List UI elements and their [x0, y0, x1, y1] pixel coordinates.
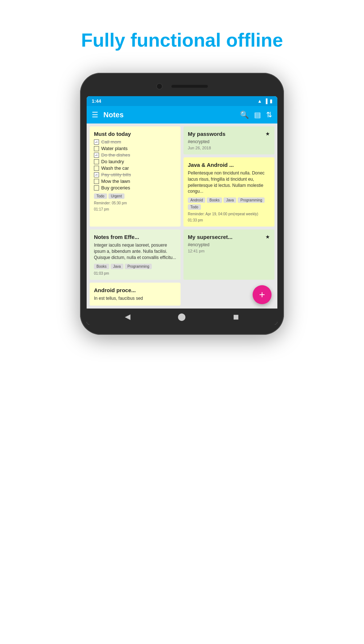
status-icons: ▲ ▐ ▮	[257, 98, 272, 104]
list-item: Buy groceries	[94, 185, 176, 191]
note-must-do-time: 01:17 pm	[94, 207, 176, 211]
checkbox-mow[interactable]	[94, 179, 99, 184]
signal-icon: ▐	[264, 98, 268, 104]
menu-icon[interactable]: ☰	[92, 110, 98, 119]
note-passwords[interactable]: ★ My passwords #encrypted Jun 26, 2018	[183, 126, 274, 154]
tag: Programming	[238, 197, 265, 203]
home-button[interactable]: ⬤	[178, 312, 186, 321]
app-title: Notes	[103, 111, 235, 119]
note-passwords-date: Jun 26, 2018	[188, 146, 270, 150]
note-java-android[interactable]: Java & Android ... Pellentesque non tinc…	[183, 157, 274, 227]
note-java-body: Pellentesque non tincidunt nulla. Donec …	[188, 170, 270, 195]
wifi-icon: ▲	[257, 98, 262, 104]
list-item: Water plants	[94, 146, 176, 151]
checkbox-call-mom[interactable]: ✓	[94, 140, 99, 145]
checkbox-wash-car[interactable]	[94, 166, 99, 171]
list-item: ✓ Pay utility bills	[94, 172, 176, 177]
app-bar: ☰ Notes 🔍 ▤ ⇅	[87, 106, 277, 123]
note-java-reminder: Reminder: Apr 19, 04:00 pm(repeat weekly…	[188, 212, 270, 216]
note-java-time: 01:33 pm	[188, 218, 270, 222]
notes-grid: Must do today ✓ Call mom Water plants ✓ …	[87, 123, 277, 309]
checkbox-groceries[interactable]	[94, 185, 99, 191]
note-android-proc-title: Android proce...	[94, 287, 176, 293]
note-effe-title: Notes from Effe...	[94, 234, 176, 240]
tag: Java	[223, 197, 236, 203]
battery-icon: ▮	[270, 98, 272, 104]
note-must-do-tags: Todo Urgent	[94, 193, 176, 199]
note-android-proc[interactable]: Android proce... In est tellus, faucibus…	[90, 283, 181, 306]
note-must-do-reminder: Reminder: 05:30 pm	[94, 201, 176, 205]
star-icon[interactable]: ★	[265, 131, 270, 137]
fab-add-button[interactable]: +	[253, 285, 272, 304]
list-item: ✓ Call mom	[94, 139, 176, 145]
checkbox-bills[interactable]: ✓	[94, 172, 99, 177]
note-must-do[interactable]: Must do today ✓ Call mom Water plants ✓ …	[90, 126, 181, 227]
page-headline: Fully functional offline	[0, 0, 364, 73]
tag: Todo	[188, 204, 201, 210]
list-item: Do laundry	[94, 159, 176, 164]
tag: Books	[94, 264, 109, 269]
phone-top	[87, 83, 277, 96]
camera	[156, 83, 163, 90]
note-passwords-body: #encrypted	[188, 139, 270, 144]
list-item: ✓ Do the dishes	[94, 152, 176, 158]
tag: Books	[207, 197, 222, 203]
note-supersecret-date: 12:41 pm	[188, 249, 270, 253]
phone-shell: 1:44 ▲ ▐ ▮ ☰ Notes 🔍 ▤ ⇅ Must do today ✓…	[80, 73, 284, 335]
tag: Java	[111, 264, 123, 269]
status-time: 1:44	[92, 98, 101, 104]
list-item: Mow the lawn	[94, 178, 176, 184]
note-passwords-title: My passwords	[188, 131, 270, 137]
tag: Android	[188, 197, 205, 203]
note-supersecret-body: #encrypted	[188, 242, 270, 247]
bottom-nav: ◀ ⬤ ◼	[87, 309, 277, 325]
checkbox-dishes[interactable]: ✓	[94, 153, 99, 158]
note-effe-body: Integer iaculis neque laoreet, posuere i…	[94, 242, 176, 260]
phone-screen: 1:44 ▲ ▐ ▮ ☰ Notes 🔍 ▤ ⇅ Must do today ✓…	[87, 96, 277, 325]
note-supersecret-title: My supersecret...	[188, 234, 270, 240]
note-effe-tags: Books Java Programming	[94, 264, 176, 269]
checkbox-laundry[interactable]	[94, 159, 99, 164]
recents-button[interactable]: ◼	[233, 312, 239, 321]
speaker	[171, 85, 208, 88]
note-effe[interactable]: Notes from Effe... Integer iaculis neque…	[90, 229, 181, 279]
note-must-do-title: Must do today	[94, 131, 176, 137]
note-java-title: Java & Android ...	[188, 162, 270, 168]
checkbox-water-plants[interactable]	[94, 146, 99, 151]
star-icon[interactable]: ★	[265, 234, 270, 240]
tag: Programming	[125, 264, 152, 269]
note-supersecret[interactable]: ★ My supersecret... #encrypted 12:41 pm	[183, 229, 274, 279]
list-item: Wash the car	[94, 165, 176, 171]
back-button[interactable]: ◀	[125, 312, 130, 321]
sort-icon[interactable]: ⇅	[266, 110, 272, 119]
note-java-tags: Android Books Java Programming Todo	[188, 197, 270, 210]
status-bar: 1:44 ▲ ▐ ▮	[87, 96, 277, 106]
tag: Urgent	[108, 193, 124, 199]
note-android-proc-body: In est tellus, faucibus sed	[94, 295, 176, 302]
view-icon[interactable]: ▤	[254, 110, 261, 119]
note-effe-time: 01:03 pm	[94, 271, 176, 275]
search-icon[interactable]: 🔍	[240, 110, 249, 119]
tag: Todo	[94, 193, 107, 199]
